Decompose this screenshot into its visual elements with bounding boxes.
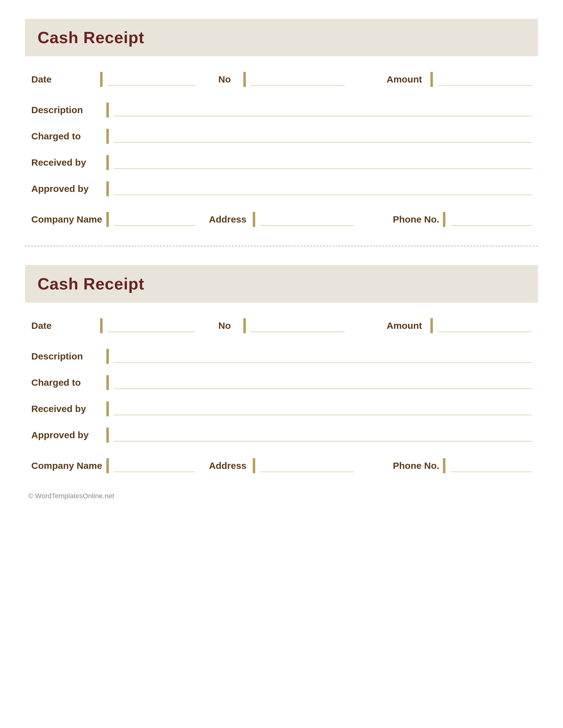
address-accent-2	[253, 458, 255, 473]
approved-by-row-2: Approved by	[25, 428, 538, 443]
received-by-accent-1	[106, 155, 109, 170]
no-input-1[interactable]	[251, 73, 345, 86]
address-input-2[interactable]	[260, 459, 354, 472]
divider	[25, 246, 538, 246]
description-input-1[interactable]	[114, 104, 532, 116]
received-by-label-2: Received by	[31, 404, 106, 414]
description-accent-2	[106, 349, 109, 364]
phone-label-1: Phone No.	[393, 214, 443, 225]
company-section-1: Company Name	[31, 212, 198, 227]
date-no-amount-row-2: Date No Amount	[25, 318, 538, 333]
company-section-2: Company Name	[31, 458, 198, 473]
amount-accent-1	[430, 72, 433, 87]
charged-to-input-2[interactable]	[114, 376, 532, 389]
description-label-1: Description	[31, 105, 106, 115]
description-row-1: Description	[25, 103, 538, 118]
receipt-title-1: Cash Receipt	[38, 28, 144, 47]
charged-to-accent-2	[106, 375, 109, 390]
received-by-row-2: Received by	[25, 401, 538, 416]
no-accent-2	[243, 318, 246, 333]
company-row-2: Company Name Address Phone No.	[25, 458, 538, 473]
approved-by-label-2: Approved by	[31, 430, 106, 440]
date-label-1: Date	[31, 74, 100, 85]
amount-accent-2	[430, 318, 433, 333]
no-input-2[interactable]	[251, 319, 345, 332]
amount-input-1[interactable]	[438, 73, 532, 86]
receipt-header-2: Cash Receipt	[25, 265, 538, 303]
no-accent-1	[243, 72, 246, 87]
description-row-2: Description	[25, 349, 538, 364]
description-label-2: Description	[31, 351, 106, 362]
phone-input-1[interactable]	[450, 213, 532, 226]
date-accent-1	[100, 72, 103, 87]
amount-section-2: Amount	[365, 318, 532, 333]
charged-to-row-2: Charged to	[25, 375, 538, 390]
phone-input-2[interactable]	[450, 459, 532, 472]
date-label-2: Date	[31, 320, 100, 331]
address-section-1: Address	[198, 212, 365, 227]
phone-section-1: Phone No.	[365, 212, 532, 227]
received-by-input-1[interactable]	[114, 156, 532, 169]
phone-section-2: Phone No.	[365, 458, 532, 473]
received-by-row-1: Received by	[25, 155, 538, 170]
company-name-accent-2	[106, 458, 109, 473]
approved-by-label-1: Approved by	[31, 183, 106, 194]
date-no-amount-row-1: Date No Amount	[25, 72, 538, 87]
receipt-header-1: Cash Receipt	[25, 19, 538, 56]
copyright-text: © WordTemplatesOnline.net	[28, 492, 114, 500]
no-section-2: No	[198, 318, 365, 333]
date-input-1[interactable]	[108, 73, 195, 86]
received-by-input-2[interactable]	[114, 403, 532, 415]
description-accent-1	[106, 103, 109, 118]
phone-accent-2	[443, 458, 445, 473]
approved-by-row-1: Approved by	[25, 181, 538, 196]
amount-input-2[interactable]	[438, 319, 532, 332]
approved-by-accent-2	[106, 428, 109, 443]
no-label-1: No	[218, 74, 243, 85]
address-label-1: Address	[209, 214, 253, 225]
receipt-block-1: Cash Receipt Date No Amount Description	[25, 19, 538, 227]
amount-label-2: Amount	[387, 320, 430, 331]
received-by-label-1: Received by	[31, 157, 106, 168]
amount-label-1: Amount	[387, 74, 430, 85]
no-label-2: No	[218, 320, 243, 331]
company-name-label-2: Company Name	[31, 460, 106, 471]
amount-section-1: Amount	[365, 72, 532, 87]
charged-to-input-1[interactable]	[114, 130, 532, 143]
phone-label-2: Phone No.	[393, 460, 443, 471]
phone-accent-1	[443, 212, 445, 227]
footer: © WordTemplatesOnline.net	[25, 492, 538, 500]
no-section-1: No	[198, 72, 365, 87]
charged-to-accent-1	[106, 129, 109, 144]
description-input-2[interactable]	[114, 350, 532, 363]
address-accent-1	[253, 212, 255, 227]
company-name-input-2[interactable]	[114, 459, 195, 472]
address-section-2: Address	[198, 458, 365, 473]
page-wrapper: Cash Receipt Date No Amount Description	[25, 19, 538, 500]
charged-to-label-2: Charged to	[31, 377, 106, 388]
charged-to-label-1: Charged to	[31, 131, 106, 142]
date-section-2: Date	[31, 318, 198, 333]
company-name-accent-1	[106, 212, 109, 227]
date-section-1: Date	[31, 72, 198, 87]
company-name-label-1: Company Name	[31, 214, 106, 225]
charged-to-row-1: Charged to	[25, 129, 538, 144]
receipt-block-2: Cash Receipt Date No Amount Description	[25, 265, 538, 473]
date-input-2[interactable]	[108, 319, 195, 332]
receipt-title-2: Cash Receipt	[38, 275, 144, 293]
company-name-input-1[interactable]	[114, 213, 195, 226]
date-accent-2	[100, 318, 103, 333]
company-row-1: Company Name Address Phone No.	[25, 212, 538, 227]
received-by-accent-2	[106, 401, 109, 416]
approved-by-input-1[interactable]	[114, 183, 532, 195]
approved-by-input-2[interactable]	[114, 429, 532, 441]
approved-by-accent-1	[106, 181, 109, 196]
address-input-1[interactable]	[260, 213, 354, 226]
address-label-2: Address	[209, 460, 253, 471]
